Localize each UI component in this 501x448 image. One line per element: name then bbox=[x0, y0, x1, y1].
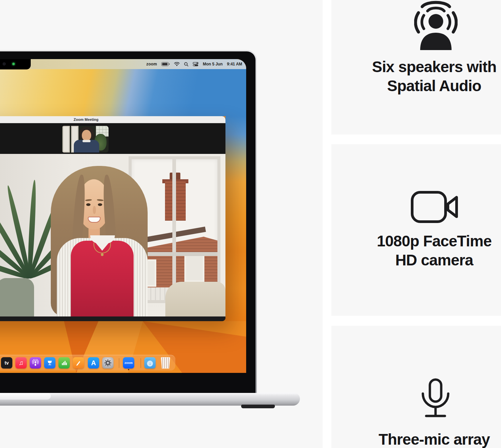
facetime-camera-lens bbox=[3, 62, 6, 65]
thumbnail-door bbox=[62, 126, 70, 153]
menu-bar-date[interactable]: Mon 5 Jun bbox=[203, 62, 222, 66]
menu-bar-clock[interactable]: 9:41 AM bbox=[227, 62, 242, 66]
zoom-running-indicator bbox=[128, 369, 129, 370]
necklace-pendant bbox=[101, 253, 104, 256]
feature-title-speakers: Six speakers with Spatial Audio bbox=[361, 57, 501, 95]
folder-tab bbox=[146, 359, 150, 361]
main-video-feed bbox=[0, 154, 225, 316]
display-notch bbox=[0, 59, 31, 69]
dock-icon-app-store[interactable]: A bbox=[88, 357, 99, 369]
dock-icon-zoom[interactable]: zoom bbox=[123, 357, 134, 369]
music-note-icon: ♫ bbox=[19, 359, 23, 367]
zoom-logo-label: zoom bbox=[125, 361, 133, 365]
participant-filmstrip bbox=[0, 123, 225, 154]
menu-bar-status-items: zoom Mon 5 Jun 9:41 AM bbox=[146, 59, 242, 69]
product-photo-panel: Zoom Meeting bbox=[0, 0, 323, 448]
podcasts-icon bbox=[32, 359, 39, 367]
dock-divider bbox=[119, 358, 119, 368]
feature-card-mics: Three-mic array bbox=[331, 326, 501, 448]
window-mullion bbox=[172, 159, 176, 300]
dock-icon-keynote[interactable] bbox=[44, 357, 55, 369]
macos-dock: tv ♫ A zoom bbox=[0, 355, 175, 371]
window-bottom-bar bbox=[0, 316, 225, 321]
wifi-icon[interactable] bbox=[174, 62, 180, 66]
smile bbox=[88, 217, 101, 223]
house-window bbox=[184, 253, 204, 282]
sofa bbox=[165, 282, 225, 316]
thumbnail-participant-face bbox=[82, 130, 91, 141]
laptop-lid-groove bbox=[0, 393, 51, 400]
dock-icon-podcasts[interactable] bbox=[30, 357, 41, 369]
page: Zoom Meeting bbox=[0, 0, 501, 448]
feature-card-speakers: Six speakers with Spatial Audio bbox=[331, 0, 501, 135]
dock-icon-system-settings[interactable] bbox=[102, 357, 114, 369]
eye bbox=[98, 203, 102, 206]
pen-icon bbox=[75, 360, 82, 366]
gear-icon bbox=[104, 359, 112, 367]
control-center-icon[interactable] bbox=[193, 62, 198, 66]
participant-video-thumbnail[interactable] bbox=[62, 126, 109, 153]
thumbnail-participant-collar bbox=[82, 140, 91, 142]
battery-icon[interactable] bbox=[161, 62, 170, 66]
dock-icon-numbers[interactable] bbox=[58, 357, 70, 369]
dock-divider bbox=[141, 358, 141, 368]
apple-tv-label: tv bbox=[5, 360, 9, 366]
menu-bar-app-name[interactable]: zoom bbox=[146, 62, 157, 66]
keynote-podium-icon bbox=[46, 360, 53, 366]
bar-chart-icon bbox=[61, 360, 67, 366]
dock-icon-music[interactable]: ♫ bbox=[15, 357, 27, 369]
download-arrow-icon: ↓ bbox=[147, 361, 153, 367]
feature-card-camera: 1080p FaceTime HD camera bbox=[331, 144, 501, 316]
eye bbox=[86, 203, 91, 206]
sofa-cushion bbox=[0, 278, 34, 316]
facetime-camera-icon bbox=[410, 190, 460, 224]
microphone-icon bbox=[421, 378, 451, 419]
spatial-audio-icon bbox=[414, 0, 458, 51]
dock-icon-pages[interactable] bbox=[73, 357, 84, 369]
zoom-meeting-window: Zoom Meeting bbox=[0, 116, 225, 321]
window-title: Zoom Meeting bbox=[0, 116, 225, 123]
wallpaper-right bbox=[225, 116, 246, 321]
nose bbox=[93, 206, 96, 214]
dock-icon-downloads-folder[interactable]: ↓ bbox=[144, 357, 156, 369]
feature-title-camera: 1080p FaceTime HD camera bbox=[361, 232, 501, 270]
dock-icon-trash[interactable] bbox=[161, 357, 170, 369]
feature-title-mics: Three-mic array bbox=[361, 430, 501, 448]
wallpaper-top bbox=[0, 69, 246, 116]
app-store-glyph: A bbox=[91, 359, 96, 367]
dock-icon-apple-tv[interactable]: tv bbox=[1, 357, 12, 369]
laptop-screen: Zoom Meeting bbox=[0, 59, 246, 373]
search-icon[interactable] bbox=[184, 62, 188, 66]
camera-indicator-led bbox=[12, 63, 15, 65]
window-titlebar[interactable]: Zoom Meeting bbox=[0, 116, 225, 123]
laptop-foot bbox=[241, 405, 275, 408]
